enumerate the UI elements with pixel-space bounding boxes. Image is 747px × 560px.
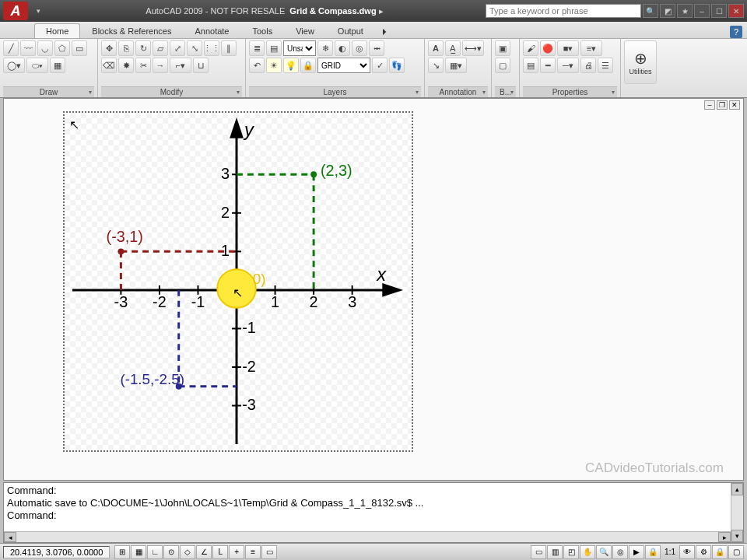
- scroll-right-icon[interactable]: ▸: [718, 532, 731, 542]
- tab-home[interactable]: Home: [34, 23, 80, 38]
- layer-walk-tool[interactable]: 👣: [389, 58, 405, 73]
- tab-annotate[interactable]: Annotate: [183, 23, 240, 38]
- coordinate-readout[interactable]: 20.4119, 3.0706, 0.0000: [3, 546, 110, 558]
- arc-tool[interactable]: ◡: [37, 40, 53, 56]
- annotation-scale-lock[interactable]: 🔒: [645, 545, 661, 559]
- favorite-button[interactable]: ★: [677, 4, 693, 18]
- color-tool[interactable]: 🔴: [540, 40, 556, 56]
- panel-title-properties[interactable]: Properties: [523, 86, 617, 97]
- color-select[interactable]: ■▾: [557, 40, 579, 56]
- extend-tool[interactable]: →: [153, 58, 168, 73]
- rectangle-tool[interactable]: ▭: [72, 40, 87, 56]
- quickview-button[interactable]: ◰: [563, 545, 579, 559]
- linetype-select[interactable]: ─▾: [557, 58, 579, 73]
- sun-icon[interactable]: ☀: [266, 58, 282, 73]
- polar-toggle[interactable]: ⊙: [163, 545, 179, 559]
- grid-toggle[interactable]: ▦: [131, 545, 146, 559]
- workspace-switch[interactable]: ⚙: [696, 545, 711, 559]
- insert-block-tool[interactable]: ▣: [495, 40, 510, 56]
- erase-tool[interactable]: ⌫: [101, 58, 117, 73]
- list-tool[interactable]: ▤: [523, 58, 538, 73]
- explode-tool[interactable]: ✸: [118, 58, 134, 73]
- mtext-tool[interactable]: A̲: [445, 40, 461, 56]
- drawing-area[interactable]: – ❐ ✕: [3, 98, 744, 481]
- layer-make-current-tool[interactable]: ✓: [372, 58, 388, 73]
- annotation-visibility[interactable]: 👁: [679, 545, 695, 559]
- tab-view[interactable]: View: [284, 23, 326, 38]
- layer-previous-tool[interactable]: ↶: [249, 58, 265, 73]
- panel-title-draw[interactable]: Draw: [3, 86, 94, 97]
- command-vscroll[interactable]: ▴ ▾: [731, 483, 743, 542]
- close-button[interactable]: ✕: [728, 4, 744, 18]
- bulb-icon[interactable]: 💡: [283, 58, 299, 73]
- scroll-up-icon[interactable]: ▴: [731, 483, 743, 495]
- otrack-toggle[interactable]: ∠: [196, 545, 212, 559]
- trim-tool[interactable]: ✂: [135, 58, 151, 73]
- offset-tool[interactable]: ∥: [221, 40, 237, 56]
- tab-blocks[interactable]: Blocks & References: [80, 23, 183, 38]
- bylayer-tool[interactable]: ☰: [598, 58, 613, 73]
- linetype-tool[interactable]: ━: [540, 58, 556, 73]
- tab-overflow[interactable]: ⏵: [375, 23, 395, 38]
- join-tool[interactable]: ⊔: [193, 58, 209, 73]
- model-button[interactable]: ▭: [531, 545, 546, 559]
- layer-states-tool[interactable]: ▤: [266, 40, 282, 56]
- layer-match-tool[interactable]: ⥈: [369, 40, 384, 56]
- hatch-tool[interactable]: ▦: [50, 58, 65, 73]
- layout-button[interactable]: ▥: [547, 545, 563, 559]
- showmotion-button[interactable]: ▶: [629, 545, 644, 559]
- layer-current-select[interactable]: GRID: [317, 58, 370, 73]
- viewport-restore-icon[interactable]: ❐: [717, 100, 728, 110]
- snap-toggle[interactable]: ⊞: [114, 545, 130, 559]
- circle-tool[interactable]: ◯▾: [3, 58, 25, 73]
- viewport-minimize-icon[interactable]: –: [704, 100, 715, 110]
- text-tool[interactable]: A: [428, 40, 444, 56]
- layer-iso-tool[interactable]: ◎: [352, 40, 367, 56]
- dyn-toggle[interactable]: +: [229, 545, 244, 559]
- lineweight-select[interactable]: ≡▾: [580, 40, 602, 56]
- stretch-tool[interactable]: ⤢: [170, 40, 185, 56]
- lwt-toggle[interactable]: ≡: [245, 545, 261, 559]
- command-hscroll[interactable]: ◂ ▸: [4, 531, 731, 542]
- help-icon[interactable]: ?: [730, 26, 742, 38]
- steering-wheel-button[interactable]: ◎: [612, 545, 628, 559]
- clean-screen[interactable]: ▢: [728, 545, 744, 559]
- line-tool[interactable]: ╱: [3, 40, 19, 56]
- viewport-close-icon[interactable]: ✕: [729, 100, 740, 110]
- zoom-button[interactable]: 🔍: [596, 545, 612, 559]
- copy-tool[interactable]: ⎘: [118, 40, 134, 56]
- search-input[interactable]: [486, 4, 641, 18]
- app-logo-icon[interactable]: A: [3, 2, 28, 20]
- array-tool[interactable]: ⋮⋮: [204, 40, 219, 56]
- lock-icon[interactable]: 🔒: [300, 58, 316, 73]
- ducs-toggle[interactable]: L: [212, 545, 228, 559]
- polyline-tool[interactable]: 〰: [20, 40, 36, 56]
- pan-button[interactable]: ✋: [580, 545, 595, 559]
- maximize-button[interactable]: ☐: [711, 4, 727, 18]
- panel-title-block[interactable]: B...: [495, 86, 516, 97]
- minimize-button[interactable]: –: [694, 4, 710, 18]
- infocenter-button[interactable]: ◩: [660, 4, 675, 18]
- panel-title-layers[interactable]: Layers: [249, 86, 421, 97]
- layer-freeze-tool[interactable]: ❄: [317, 40, 333, 56]
- toolbar-lock[interactable]: 🔒: [712, 545, 728, 559]
- panel-title-annotation[interactable]: Annotation: [428, 86, 488, 97]
- layer-off-tool[interactable]: ◐: [335, 40, 350, 56]
- layer-props-tool[interactable]: ≣: [249, 40, 265, 56]
- qatb-dropdown-icon[interactable]: ▾: [33, 5, 44, 16]
- dimension-tool[interactable]: ⟷▾: [462, 40, 484, 56]
- table-tool[interactable]: ▦▾: [445, 58, 467, 73]
- osnap-toggle[interactable]: ◇: [180, 545, 195, 559]
- search-button[interactable]: 🔍: [643, 4, 658, 18]
- scroll-down-icon[interactable]: ▾: [731, 530, 743, 542]
- layer-style-select[interactable]: Unsa: [283, 40, 316, 56]
- polygon-tool[interactable]: ⬠: [54, 40, 70, 56]
- move-tool[interactable]: ✥: [101, 40, 117, 56]
- tab-tools[interactable]: Tools: [241, 23, 285, 38]
- match-props-tool[interactable]: 🖌: [523, 40, 538, 56]
- rotate-tool[interactable]: ↻: [135, 40, 151, 56]
- ortho-toggle[interactable]: ∟: [147, 545, 163, 559]
- mirror-tool[interactable]: ▱: [153, 40, 168, 56]
- annotation-scale[interactable]: 1:1: [661, 548, 679, 556]
- ellipse-tool[interactable]: ⬭▾: [26, 58, 48, 73]
